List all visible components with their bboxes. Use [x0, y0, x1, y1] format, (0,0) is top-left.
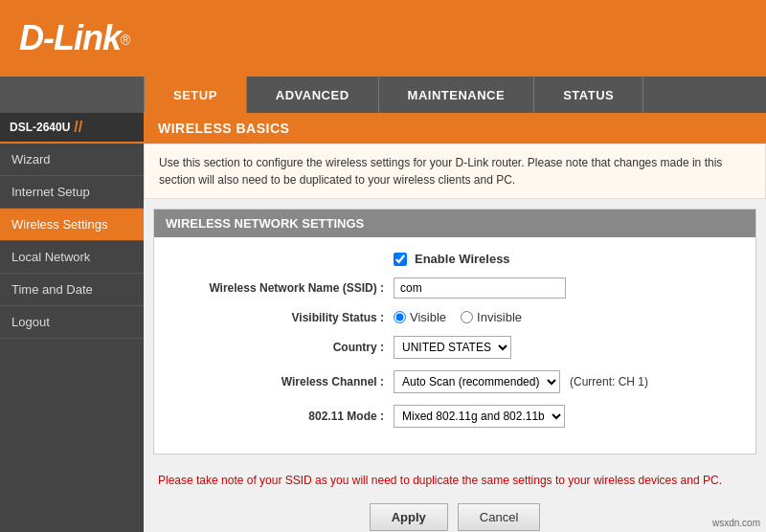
enable-wireless-checkbox[interactable]	[394, 253, 407, 266]
country-control: UNITED STATES	[394, 336, 736, 359]
warning-text: Please take note of your SSID as you wil…	[144, 464, 766, 494]
sidebar-item-wizard[interactable]: Wizard	[0, 144, 144, 176]
device-label: DSL-2640U//	[0, 113, 144, 144]
sidebar-item-wireless-settings[interactable]: Wireless Settings	[0, 209, 144, 241]
visibility-row: Visibility Status : Visible Invisible	[173, 310, 736, 324]
ssid-input[interactable]	[394, 277, 566, 299]
visibility-control: Visible Invisible	[394, 310, 736, 324]
channel-label: Wireless Channel :	[173, 375, 394, 388]
country-row: Country : UNITED STATES	[173, 336, 736, 359]
main-layout: DSL-2640U// Wizard Internet Setup Wirele…	[0, 113, 766, 532]
tab-setup[interactable]: SETUP	[144, 77, 247, 113]
form-area: Enable Wireless Wireless Network Name (S…	[154, 237, 755, 454]
logo-text: D-Link	[19, 18, 121, 57]
sidebar: DSL-2640U// Wizard Internet Setup Wirele…	[0, 113, 144, 532]
logo: D-Link®	[19, 18, 130, 58]
visibility-invisible-text: Invisible	[477, 310, 522, 324]
sidebar-item-logout[interactable]: Logout	[0, 306, 144, 339]
tab-advanced[interactable]: ADVANCED	[247, 77, 379, 113]
mode-label: 802.11 Mode :	[173, 410, 394, 423]
info-text: Use this section to configure the wirele…	[159, 156, 722, 187]
mode-control: Mixed 802.11g and 802.11b	[394, 405, 736, 428]
tab-status[interactable]: STATUS	[534, 77, 643, 113]
visibility-visible-radio[interactable]	[394, 311, 406, 323]
enable-wireless-row: Enable Wireless	[173, 252, 736, 266]
device-name: DSL-2640U	[10, 121, 70, 134]
channel-select[interactable]: Auto Scan (recommended)	[394, 370, 560, 393]
nav-tabs: SETUP ADVANCED MAINTENANCE STATUS	[0, 77, 766, 113]
ssid-control	[394, 277, 736, 299]
cancel-button[interactable]: Cancel	[458, 503, 540, 531]
sidebar-item-local-network[interactable]: Local Network	[0, 241, 144, 274]
device-slash: //	[74, 119, 82, 136]
buttons-area: Apply Cancel	[144, 494, 766, 532]
mode-row: 802.11 Mode : Mixed 802.11g and 802.11b	[173, 405, 736, 428]
settings-section: WIRELESS NETWORK SETTINGS Enable Wireles…	[153, 209, 756, 454]
visibility-invisible-label[interactable]: Invisible	[461, 310, 522, 324]
mode-select[interactable]: Mixed 802.11g and 802.11b	[394, 405, 565, 428]
visibility-invisible-radio[interactable]	[461, 311, 473, 323]
ssid-row: Wireless Network Name (SSID) :	[173, 277, 736, 299]
channel-current: (Current: CH 1)	[570, 375, 648, 388]
visibility-label: Visibility Status :	[173, 311, 394, 324]
apply-button[interactable]: Apply	[370, 503, 448, 531]
section-title: WIRELESS BASICS	[144, 113, 766, 144]
header: D-Link®	[0, 0, 766, 77]
enable-wireless-label: Enable Wireless	[415, 252, 510, 266]
country-select[interactable]: UNITED STATES	[394, 336, 511, 359]
channel-control: Auto Scan (recommended) (Current: CH 1)	[394, 370, 736, 393]
country-label: Country :	[173, 341, 394, 354]
info-box: Use this section to configure the wirele…	[144, 144, 766, 199]
sidebar-item-internet-setup[interactable]: Internet Setup	[0, 176, 144, 209]
watermark: wsxdn.com	[712, 518, 760, 528]
sidebar-item-time-date[interactable]: Time and Date	[0, 274, 144, 306]
logo-trademark: ®	[121, 33, 130, 48]
tab-maintenance[interactable]: MAINTENANCE	[379, 77, 535, 113]
ssid-label: Wireless Network Name (SSID) :	[173, 281, 394, 295]
visibility-visible-label[interactable]: Visible	[394, 310, 446, 324]
channel-row: Wireless Channel : Auto Scan (recommende…	[173, 370, 736, 393]
content-area: WIRELESS BASICS Use this section to conf…	[144, 113, 766, 532]
visibility-visible-text: Visible	[410, 310, 446, 324]
settings-section-header: WIRELESS NETWORK SETTINGS	[154, 210, 755, 237]
